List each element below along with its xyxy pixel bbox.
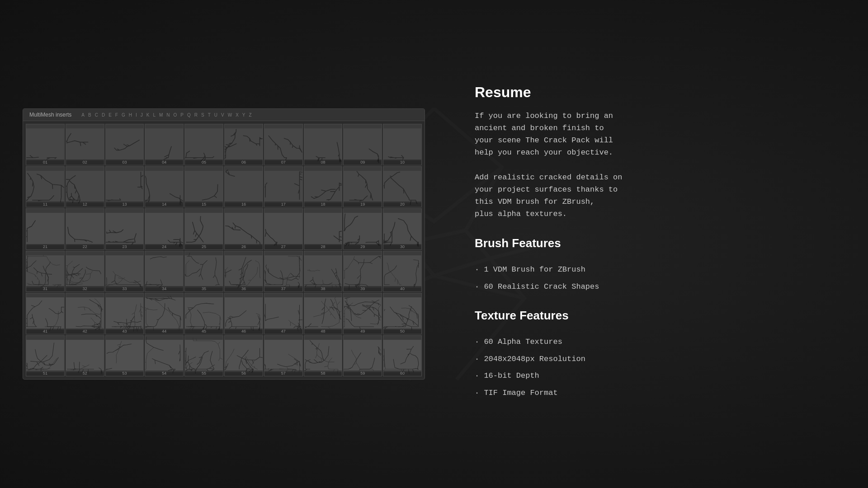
grid-cell-08[interactable]: 08 bbox=[304, 124, 343, 165]
grid-cell-52[interactable]: 52 bbox=[66, 335, 104, 377]
grid-cell-30[interactable]: 30 bbox=[383, 208, 422, 250]
grid-cell-16[interactable]: 16 bbox=[224, 166, 263, 208]
grid-cell-19[interactable]: 19 bbox=[343, 166, 382, 208]
svg-rect-22 bbox=[106, 213, 144, 245]
grid-cell-40[interactable]: 40 bbox=[383, 251, 422, 292]
grid-cell-26[interactable]: 26 bbox=[224, 208, 263, 250]
alpha-tab-t[interactable]: T bbox=[207, 112, 212, 118]
grid-cell-17[interactable]: 17 bbox=[264, 166, 303, 208]
grid-cell-60[interactable]: 60 bbox=[383, 335, 422, 377]
cell-label-40: 40 bbox=[383, 286, 421, 291]
alpha-tab-h[interactable]: H bbox=[128, 112, 133, 118]
grid-cell-31[interactable]: 31 bbox=[26, 251, 65, 292]
svg-rect-45 bbox=[225, 297, 263, 329]
grid-cell-45[interactable]: 45 bbox=[184, 293, 223, 334]
grid-cell-56[interactable]: 56 bbox=[224, 335, 263, 377]
alpha-tab-x[interactable]: X bbox=[235, 112, 240, 118]
grid-cell-05[interactable]: 05 bbox=[184, 124, 223, 165]
grid-cell-46[interactable]: 46 bbox=[224, 293, 263, 334]
grid-cell-29[interactable]: 29 bbox=[343, 208, 382, 250]
grid-cell-53[interactable]: 53 bbox=[105, 335, 144, 377]
alpha-tab-j[interactable]: J bbox=[140, 112, 144, 118]
grid-cell-14[interactable]: 14 bbox=[145, 166, 184, 208]
alpha-tab-r[interactable]: R bbox=[193, 112, 198, 118]
grid-cell-21[interactable]: 21 bbox=[26, 208, 65, 250]
grid-cell-36[interactable]: 36 bbox=[224, 251, 263, 292]
alpha-tab-p[interactable]: P bbox=[179, 112, 184, 118]
grid-cell-06[interactable]: 06 bbox=[224, 124, 263, 165]
alpha-tab-s[interactable]: S bbox=[200, 112, 205, 118]
alpha-tab-f[interactable]: F bbox=[114, 112, 119, 118]
svg-rect-46 bbox=[264, 297, 302, 329]
grid-cell-35[interactable]: 35 bbox=[184, 251, 223, 292]
grid-cell-12[interactable]: 12 bbox=[66, 166, 104, 208]
cell-label-33: 33 bbox=[106, 286, 144, 291]
alpha-tab-m[interactable]: M bbox=[158, 112, 164, 118]
grid-cell-37[interactable]: 37 bbox=[264, 251, 303, 292]
grid-cell-20[interactable]: 20 bbox=[383, 166, 422, 208]
alpha-tab-z[interactable]: Z bbox=[248, 112, 253, 118]
grid-cell-22[interactable]: 22 bbox=[66, 208, 104, 250]
grid-cell-39[interactable]: 39 bbox=[343, 251, 382, 292]
grid-cell-57[interactable]: 57 bbox=[264, 335, 303, 377]
alpha-tab-e[interactable]: E bbox=[108, 112, 113, 118]
grid-cell-48[interactable]: 48 bbox=[304, 293, 343, 334]
grid-cell-50[interactable]: 50 bbox=[383, 293, 422, 334]
cell-label-52: 52 bbox=[66, 371, 104, 376]
grid-cell-13[interactable]: 13 bbox=[105, 166, 144, 208]
svg-rect-54 bbox=[185, 340, 223, 372]
alpha-tab-a[interactable]: A bbox=[80, 112, 85, 118]
cell-label-58: 58 bbox=[304, 371, 342, 376]
cell-label-41: 41 bbox=[26, 328, 64, 334]
alpha-tab-v[interactable]: V bbox=[220, 112, 225, 118]
texture-feature-item: · 16-bit Depth bbox=[475, 370, 832, 382]
grid-cell-23[interactable]: 23 bbox=[105, 208, 144, 250]
alpha-tab-q[interactable]: Q bbox=[186, 112, 192, 118]
grid-cell-07[interactable]: 07 bbox=[264, 124, 303, 165]
alpha-tab-k[interactable]: K bbox=[146, 112, 151, 118]
grid-cell-41[interactable]: 41 bbox=[26, 293, 65, 334]
grid-cell-34[interactable]: 34 bbox=[145, 251, 184, 292]
alpha-tab-b[interactable]: B bbox=[87, 112, 92, 118]
grid-cell-58[interactable]: 58 bbox=[304, 335, 343, 377]
grid-cell-15[interactable]: 15 bbox=[184, 166, 223, 208]
grid-cell-55[interactable]: 55 bbox=[184, 335, 223, 377]
alpha-tab-d[interactable]: D bbox=[101, 112, 106, 118]
grid-cell-44[interactable]: 44 bbox=[145, 293, 184, 334]
grid-cell-03[interactable]: 03 bbox=[105, 124, 144, 165]
grid-cell-43[interactable]: 43 bbox=[105, 293, 144, 334]
alpha-tab-i[interactable]: I bbox=[135, 112, 138, 118]
alpha-tab-l[interactable]: L bbox=[152, 112, 156, 118]
svg-rect-6 bbox=[264, 128, 302, 160]
grid-cell-33[interactable]: 33 bbox=[105, 251, 144, 292]
grid-cell-11[interactable]: 11 bbox=[26, 166, 65, 208]
cell-label-01: 01 bbox=[26, 160, 64, 165]
grid-cell-24[interactable]: 24 bbox=[145, 208, 184, 250]
grid-cell-25[interactable]: 25 bbox=[184, 208, 223, 250]
cell-label-51: 51 bbox=[26, 371, 64, 376]
grid-cell-01[interactable]: 01 bbox=[26, 124, 65, 165]
grid-cell-10[interactable]: 10 bbox=[383, 124, 422, 165]
alpha-tab-y[interactable]: Y bbox=[241, 112, 246, 118]
grid-cell-47[interactable]: 47 bbox=[264, 293, 303, 334]
grid-cell-54[interactable]: 54 bbox=[145, 335, 184, 377]
alpha-tab-w[interactable]: W bbox=[227, 112, 233, 118]
grid-cell-04[interactable]: 04 bbox=[145, 124, 184, 165]
grid-cell-32[interactable]: 32 bbox=[66, 251, 104, 292]
grid-cell-27[interactable]: 27 bbox=[264, 208, 303, 250]
alpha-tab-o[interactable]: O bbox=[173, 112, 178, 118]
alpha-tab-u[interactable]: U bbox=[213, 112, 218, 118]
grid-cell-02[interactable]: 02 bbox=[66, 124, 104, 165]
grid-cell-49[interactable]: 49 bbox=[343, 293, 382, 334]
alpha-tab-c[interactable]: C bbox=[94, 112, 99, 118]
grid-cell-09[interactable]: 09 bbox=[343, 124, 382, 165]
grid-cell-18[interactable]: 18 bbox=[304, 166, 343, 208]
alpha-tab-g[interactable]: G bbox=[121, 112, 126, 118]
alpha-tab-n[interactable]: N bbox=[165, 112, 170, 118]
grid-cell-59[interactable]: 59 bbox=[343, 335, 382, 377]
cell-label-55: 55 bbox=[185, 371, 223, 376]
grid-cell-28[interactable]: 28 bbox=[304, 208, 343, 250]
grid-cell-38[interactable]: 38 bbox=[304, 251, 343, 292]
grid-cell-42[interactable]: 42 bbox=[66, 293, 104, 334]
grid-cell-51[interactable]: 51 bbox=[26, 335, 65, 377]
